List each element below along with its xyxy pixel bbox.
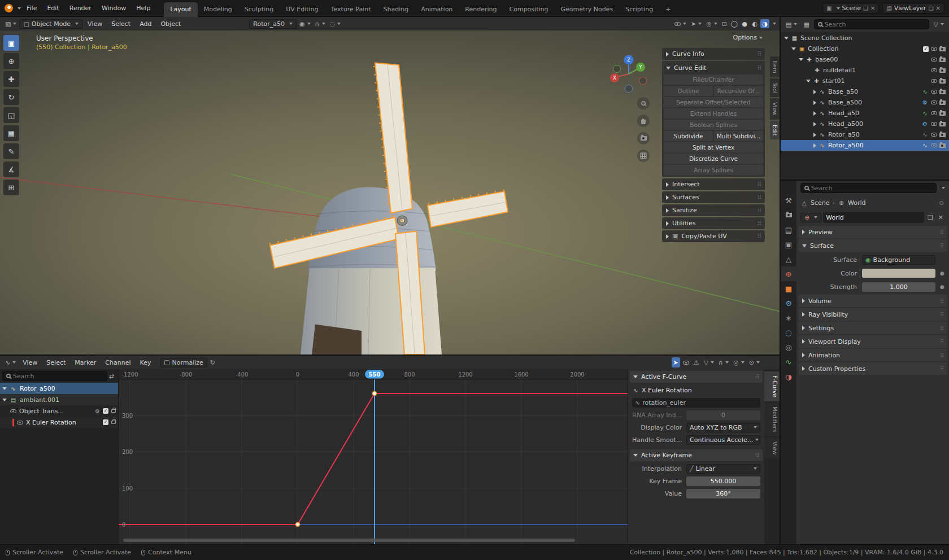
recursive-offset-button[interactable]: Recursive Of... [714,86,763,96]
boolean-splines-button[interactable]: Boolean Splines [664,120,763,130]
proportional-editing-icon[interactable]: ◌ [328,19,343,29]
disable-render-icon[interactable] [939,90,946,94]
properties-search[interactable] [800,183,937,193]
world-color-swatch[interactable] [862,269,935,278]
graph-menu-marker[interactable]: Marker [71,358,100,368]
tab-render-icon[interactable] [781,208,796,222]
tab-view[interactable]: View [770,98,780,120]
outliner-row-scene-collection[interactable]: ▦Scene Collection [781,33,949,43]
workspace-tab-scripting[interactable]: Scripting [619,2,659,17]
panel-utilities[interactable]: Utilities⠿ [662,217,765,229]
tab-data-icon[interactable]: ∿ [781,355,796,369]
subdivide-button[interactable]: Subdivide [664,131,713,141]
outliner-search-input[interactable] [825,21,925,28]
animate-color-decorator[interactable]: ● [938,270,947,276]
panel-animation[interactable]: Animation⠿ [798,349,947,361]
graph-menu-view[interactable]: View [19,358,41,368]
options-button[interactable]: Options [733,34,763,41]
split-at-vertex-button[interactable]: Split at Vertex [664,142,763,152]
gizmo-y-label[interactable]: Y [639,65,642,70]
panel-surface[interactable]: Surface⠿ [798,239,947,252]
workspace-tab-layout[interactable]: Layout [164,2,197,17]
hide-viewport-icon[interactable] [931,100,937,104]
pin-icon[interactable]: ⊙ [938,200,945,206]
panel-custom-properties[interactable]: Custom Properties⠿ [798,362,947,375]
channel-visibility-icon[interactable] [17,421,23,425]
rna-path-field[interactable]: ∿rotation_euler [632,398,760,408]
interpolation-dropdown[interactable]: ╱Linear [686,464,760,474]
editor-type-icon[interactable]: ∿ [3,357,18,368]
keyframe-value-field[interactable]: 360° [686,489,760,498]
new-scene-icon[interactable]: ❏ [863,5,868,11]
mode-dropdown[interactable]: ▢Object Mode [19,19,82,29]
breadcrumb-world[interactable]: World [848,199,866,207]
outline-button[interactable]: Outline [664,86,713,96]
outliner-row-base-a500[interactable]: ∿Base_a500 ⚙ [781,97,949,108]
hide-viewport-icon[interactable] [931,111,937,115]
tab-physics-icon[interactable]: ◌ [781,325,796,340]
gizmo-x-label[interactable]: X [613,76,616,81]
new-viewlayer-icon[interactable]: ❏ [929,5,934,11]
separate-offset-button[interactable]: Separate Offset/Selected [664,97,763,107]
disable-render-icon[interactable] [939,133,946,137]
editor-type-icon[interactable]: ▧ [3,19,18,29]
active-keyframe-panel-header[interactable]: Active Keyframe⠿ [630,449,763,461]
channel-search-input[interactable] [13,373,103,380]
pivot-point-icon[interactable]: ⊙ [747,357,761,368]
viewport-menu-add[interactable]: Add [136,19,155,29]
scene-selector[interactable]: ▣ Scene ❏ ✕ [822,3,879,14]
unlink-scene-icon[interactable]: ✕ [870,5,875,11]
graph-menu-key[interactable]: Key [136,358,155,368]
channel-rotor-a500[interactable]: ∿ Rotor_a500 [0,383,118,394]
panel-intersect[interactable]: Intersect⠿ [662,178,765,190]
duplicate-data-icon[interactable]: ❏ [926,212,935,222]
tab-tool-icon[interactable]: ⚒ [781,193,796,208]
normalize-auto-icon[interactable]: ↻ [208,357,217,368]
keyframe-point[interactable] [373,392,377,396]
array-splines-button[interactable]: Array Splines [664,165,763,175]
animate-strength-decorator[interactable]: ● [938,284,947,290]
breadcrumb-scene[interactable]: Scene [811,199,830,207]
menu-edit[interactable]: Edit [42,3,63,14]
disable-render-icon[interactable] [939,79,946,84]
tab-edit[interactable]: Edit [770,121,780,139]
editor-type-icon[interactable]: ▤ [784,19,799,29]
tab-world-icon[interactable]: ⊕ [781,266,796,281]
menu-file[interactable]: File [22,3,41,14]
tab-constraints-icon[interactable]: ◎ [781,340,796,355]
tab-modifiers[interactable]: Modifiers [764,403,780,436]
channel-object-transforms[interactable]: Object Trans... ⚙ ✓ [0,405,118,417]
disable-render-icon[interactable] [939,111,946,116]
tab-object-icon[interactable]: ■ [781,281,796,296]
hide-viewport-icon[interactable] [931,58,937,62]
panel-volume[interactable]: Volume⠿ [798,295,947,307]
viewport-menu-object[interactable]: Object [156,19,185,29]
channel-search[interactable] [2,371,107,381]
hide-viewport-icon[interactable] [931,133,937,137]
active-object-dropdown[interactable]: Rotor_a50 [249,19,297,29]
object-type-visibility-icon[interactable] [673,19,688,29]
workspace-tab-rendering[interactable]: Rendering [459,2,503,17]
channel-enable-checkbox[interactable]: ✓ [103,419,108,425]
camera-view-icon[interactable] [637,132,650,145]
add-primitive-tool[interactable]: ⊞ [3,180,19,195]
hide-viewport-icon[interactable] [931,79,937,83]
disable-render-icon[interactable] [939,47,946,51]
show-overlays-icon[interactable]: ◎ [704,19,719,29]
display-mode-icon[interactable]: ▦ [802,19,811,29]
rotate-tool[interactable]: ↻ [3,89,19,105]
unlink-data-icon[interactable]: ✕ [937,212,945,222]
extend-handles-button[interactable]: Extend Handles [664,108,763,119]
hide-viewport-icon[interactable] [931,90,937,94]
disable-render-icon[interactable] [939,100,946,105]
workspace-tab-compositing[interactable]: Compositing [503,2,555,17]
outliner-row-collection[interactable]: ▣Collection ✓ [781,43,949,54]
annotate-tool[interactable]: ✎ [3,143,19,159]
toggle-xray-icon[interactable]: ⊡ [720,19,729,29]
only-selected-channels-icon[interactable]: ➤ [672,357,680,368]
show-gizmo-icon[interactable]: ➤ [689,19,703,29]
tab-view-layer-icon[interactable]: ▣ [781,237,796,252]
viewport-menu-select[interactable]: Select [107,19,134,29]
graph-menu-channel[interactable]: Channel [101,358,134,368]
menu-render[interactable]: Render [65,3,96,14]
